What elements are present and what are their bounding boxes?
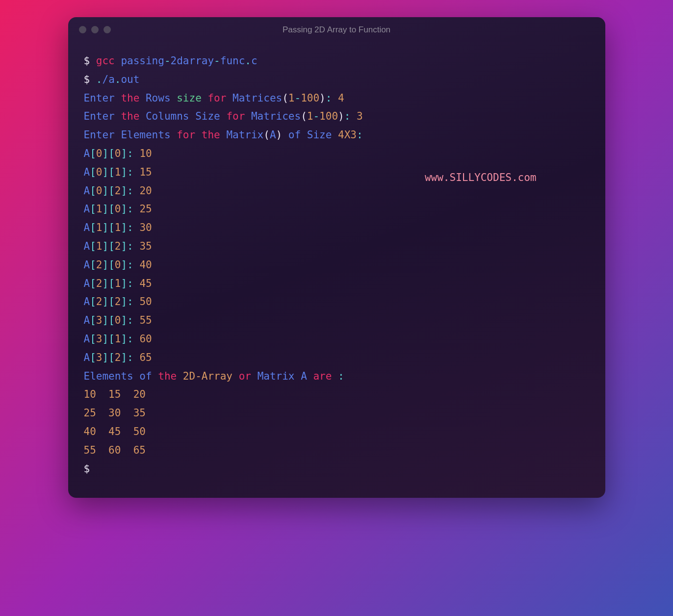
colon: :: [127, 166, 133, 178]
terminal-window: Passing 2D Array to Function www.SILLYCO…: [68, 17, 605, 498]
matrix-entry-row: A[3][2]: 65: [84, 349, 590, 367]
bracket-icon: ]: [102, 296, 108, 308]
bracket-icon: [: [108, 352, 115, 363]
cmd-dash: -: [214, 55, 220, 67]
titlebar: Passing 2D Array to Function: [68, 17, 605, 42]
bracket-icon: ]: [102, 222, 108, 233]
entry-var: A: [84, 333, 90, 345]
entry-col-index: 1: [115, 333, 121, 345]
entry-row-index: 2: [96, 278, 103, 289]
bracket-icon: ]: [102, 185, 108, 197]
bracket-icon: ]: [102, 203, 108, 215]
close-icon[interactable]: [79, 26, 86, 33]
matrix-entry-row: A[2][0]: 40: [84, 256, 590, 275]
maximize-icon[interactable]: [104, 26, 111, 33]
matrix-cell: 60: [108, 444, 121, 456]
cmd-dot: .: [96, 74, 103, 85]
bracket-icon: [: [90, 203, 96, 215]
cmd-dash: -: [164, 55, 171, 67]
entry-row-index: 1: [96, 240, 103, 252]
entry-col-index: 0: [115, 203, 121, 215]
bracket-icon: [: [90, 278, 96, 289]
matrix-cell: 50: [133, 426, 146, 437]
entry-var: A: [84, 314, 90, 326]
output-header: Elements of the 2D-Array or Matrix A are…: [84, 367, 590, 386]
bracket-icon: ]: [121, 185, 127, 197]
matrix-cell: 55: [84, 444, 96, 456]
bracket-icon: ]: [121, 166, 127, 178]
final-prompt: $: [84, 460, 590, 479]
bracket-icon: [: [108, 203, 115, 215]
entry-var: A: [84, 185, 90, 197]
entry-var: A: [84, 203, 90, 215]
entry-row-index: 1: [96, 203, 103, 215]
cmd-arg-p1: passing: [121, 55, 164, 67]
colon: :: [127, 352, 133, 363]
bracket-icon: ]: [102, 352, 108, 363]
matrix-entry-row: A[3][0]: 55: [84, 311, 590, 330]
colon: :: [127, 333, 133, 345]
entry-value: 50: [139, 296, 152, 308]
bracket-icon: ]: [102, 259, 108, 271]
cmd-slash: /: [102, 74, 108, 85]
prompt-symbol: $: [84, 463, 90, 475]
entry-var: A: [84, 296, 90, 308]
entry-value: 25: [139, 203, 152, 215]
entry-value: 20: [139, 185, 152, 197]
bracket-icon: ]: [121, 333, 127, 345]
bracket-icon: ]: [102, 148, 108, 159]
matrix-entry-row: A[1][0]: 25: [84, 200, 590, 219]
bracket-icon: [: [108, 296, 115, 308]
bracket-icon: [: [108, 259, 115, 271]
entry-var: A: [84, 259, 90, 271]
cmd-arg-p2: 2darray: [171, 55, 214, 67]
matrix-cell: 15: [108, 388, 121, 400]
matrix-entry-row: A[2][1]: 45: [84, 275, 590, 293]
entry-row-index: 3: [96, 314, 103, 326]
bracket-icon: ]: [121, 203, 127, 215]
matrix-cell: 20: [133, 388, 146, 400]
entry-col-index: 2: [115, 352, 121, 363]
bracket-icon: [: [90, 222, 96, 233]
entry-col-index: 0: [115, 259, 121, 271]
entry-row-index: 0: [96, 166, 103, 178]
bracket-icon: [: [90, 240, 96, 252]
entry-col-index: 2: [115, 185, 121, 197]
colon: :: [127, 185, 133, 197]
minimize-icon[interactable]: [91, 26, 99, 33]
cmd-ext: c: [251, 55, 258, 67]
bracket-icon: [: [90, 296, 96, 308]
entry-col-index: 2: [115, 296, 121, 308]
entry-value: 40: [139, 259, 152, 271]
matrix-output-row: 10 15 20: [84, 385, 590, 404]
matrix-output-row: 55 60 65: [84, 441, 590, 460]
cmd-dot: .: [115, 74, 121, 85]
bracket-icon: ]: [121, 352, 127, 363]
matrix-output: 10 15 2025 30 3540 45 5055 60 65: [84, 385, 590, 460]
bracket-icon: [: [90, 259, 96, 271]
colon: :: [127, 148, 133, 159]
entry-var: A: [84, 240, 90, 252]
matrix-cell: 35: [133, 407, 146, 419]
bracket-icon: ]: [121, 278, 127, 289]
prompt-symbol: $: [84, 55, 90, 67]
traffic-lights: [79, 26, 111, 33]
bracket-icon: [: [108, 148, 115, 159]
colon: :: [127, 278, 133, 289]
entry-row-index: 2: [96, 259, 103, 271]
terminal-content[interactable]: www.SILLYCODES.com $ gcc passing-2darray…: [68, 42, 605, 498]
bracket-icon: [: [108, 222, 115, 233]
bracket-icon: ]: [121, 240, 127, 252]
cmd-arg-p3: func: [220, 55, 245, 67]
matrix-cell: 65: [133, 444, 146, 456]
entry-var: A: [84, 278, 90, 289]
entry-col-index: 1: [115, 278, 121, 289]
entry-value: 60: [139, 333, 152, 345]
bracket-icon: ]: [121, 296, 127, 308]
prompt-symbol: $: [84, 74, 90, 85]
matrix-cell: 25: [84, 407, 96, 419]
entry-value: 15: [139, 166, 152, 178]
bracket-icon: [: [90, 185, 96, 197]
cmd-out: out: [121, 74, 139, 85]
matrix-entry-row: A[3][1]: 60: [84, 330, 590, 349]
